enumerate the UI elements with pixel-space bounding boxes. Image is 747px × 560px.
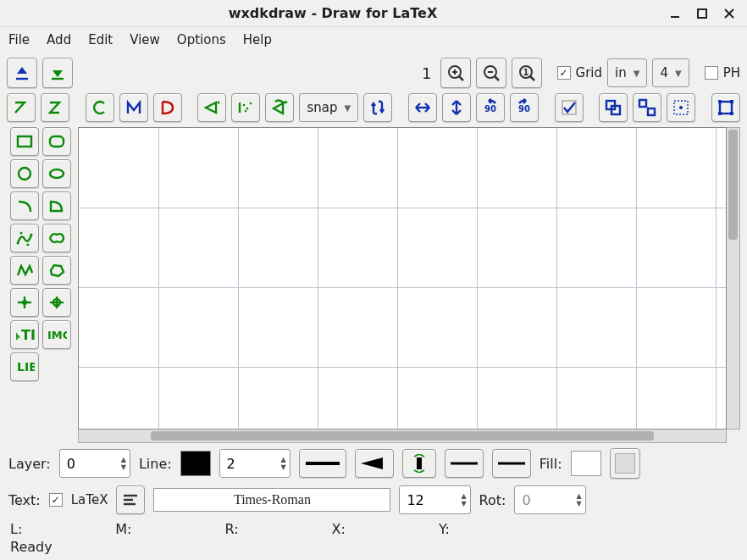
select-area-icon[interactable]: [667, 93, 695, 122]
maximize-button[interactable]: [693, 7, 711, 20]
line-color-swatch[interactable]: [180, 451, 211, 476]
minimize-button[interactable]: [666, 7, 684, 20]
fill-label: Fill:: [540, 456, 562, 472]
font-size-spinbox[interactable]: ▲▼: [399, 485, 470, 514]
tool-spline-open[interactable]: [10, 224, 39, 252]
svg-point-18: [246, 108, 249, 110]
check-icon[interactable]: [555, 93, 584, 122]
rotate-cw-icon[interactable]: 90: [510, 93, 539, 122]
window-title: wxdkdraw - Draw for LaTeX: [0, 5, 666, 21]
align-button[interactable]: [116, 485, 145, 514]
tool-spline-closed[interactable]: [42, 224, 71, 252]
flip-v-icon[interactable]: [442, 93, 471, 122]
rot-spinbox[interactable]: ▲▼: [514, 485, 585, 514]
tool-polygon[interactable]: [42, 256, 71, 285]
tri-tilde-icon[interactable]: [265, 93, 294, 122]
line-label: Line:: [139, 456, 172, 472]
tool-pie[interactable]: [42, 191, 71, 220]
drawing-canvas[interactable]: [78, 127, 727, 430]
tool-point[interactable]: [10, 288, 39, 317]
svg-text:IMG: IMG: [47, 329, 67, 341]
tool-circle[interactable]: [10, 159, 39, 188]
layer-label: Layer:: [8, 456, 51, 472]
fill-pattern-button[interactable]: [610, 448, 640, 479]
line-style-button[interactable]: [299, 449, 346, 478]
horizontal-scrollbar[interactable]: [78, 430, 727, 443]
close-button[interactable]: [720, 7, 739, 20]
tool-image[interactable]: IMG: [42, 320, 71, 349]
text-label: Text:: [8, 492, 41, 508]
ph-label: PH: [723, 65, 740, 80]
latex-label: LaTeX: [71, 492, 108, 507]
menu-file[interactable]: File: [8, 32, 30, 47]
fill-color-swatch[interactable]: [571, 451, 601, 476]
tool-polyline[interactable]: [10, 256, 39, 285]
svg-point-42: [30, 234, 33, 236]
svg-point-40: [50, 169, 64, 178]
tool-crosshair[interactable]: [42, 288, 71, 317]
svg-point-20: [245, 110, 247, 113]
zoom-out-button[interactable]: [476, 58, 506, 88]
svg-text:1: 1: [523, 68, 528, 77]
tool-rect[interactable]: [10, 127, 39, 156]
tool-arc[interactable]: [10, 191, 39, 220]
svg-point-41: [17, 242, 19, 245]
snap-dropdown[interactable]: snap▼: [299, 93, 358, 122]
font-name-field[interactable]: Times-Roman: [153, 488, 390, 512]
line-caps-button[interactable]: [402, 449, 436, 478]
vertical-scrollbar[interactable]: [727, 127, 740, 430]
menu-add[interactable]: Add: [47, 32, 71, 47]
svg-text:90: 90: [518, 104, 530, 114]
ungroup-icon[interactable]: [633, 93, 661, 122]
snap-cycle-icon[interactable]: [363, 93, 392, 122]
polyline-fwd-icon[interactable]: [41, 93, 69, 122]
menu-edit[interactable]: Edit: [88, 32, 113, 47]
tool-roundrect[interactable]: [42, 127, 71, 156]
svg-rect-33: [718, 100, 722, 103]
dash-long-button[interactable]: [445, 449, 484, 478]
arrow-head-button[interactable]: [355, 449, 394, 478]
menu-help[interactable]: Help: [243, 32, 272, 47]
flip-h-icon[interactable]: [408, 93, 437, 122]
subdiv-dropdown[interactable]: 4▼: [652, 58, 689, 87]
zoom-reset-button[interactable]: 1: [512, 58, 542, 88]
points-tri-icon[interactable]: [197, 93, 226, 122]
bounds-icon[interactable]: [711, 93, 740, 122]
svg-line-14: [530, 76, 534, 80]
layer-down-button[interactable]: [42, 58, 73, 88]
tool-library[interactable]: LIB: [10, 352, 39, 381]
svg-point-43: [20, 232, 23, 235]
tool-ellipse[interactable]: [42, 159, 71, 188]
letter-m-icon[interactable]: [119, 93, 148, 122]
grid-checkbox[interactable]: [557, 66, 571, 80]
menu-options[interactable]: Options: [177, 32, 226, 47]
coord-Y: Y:: [439, 521, 450, 537]
rotate-ccw-icon[interactable]: 90: [476, 93, 505, 122]
letter-d-icon[interactable]: [153, 93, 182, 122]
polyline-back-icon[interactable]: [7, 93, 36, 122]
svg-text:TI: TI: [21, 327, 35, 343]
group-icon[interactable]: [599, 93, 628, 122]
svg-rect-28: [639, 100, 646, 107]
scatter-icon[interactable]: [231, 93, 260, 122]
svg-point-44: [27, 244, 30, 247]
svg-point-31: [679, 106, 683, 109]
zoom-in-button[interactable]: [440, 58, 471, 88]
layer-up-button[interactable]: [7, 58, 37, 88]
letter-c-icon[interactable]: [86, 93, 114, 122]
latex-checkbox[interactable]: [49, 493, 63, 507]
menu-view[interactable]: View: [130, 32, 160, 47]
coord-M: M:: [115, 521, 131, 537]
svg-rect-1: [698, 9, 706, 18]
coord-X: X:: [332, 521, 346, 537]
coord-L: L:: [10, 521, 22, 537]
svg-point-16: [218, 102, 220, 104]
grid-label: Grid: [576, 65, 602, 80]
ph-checkbox[interactable]: [705, 66, 718, 80]
layer-spinbox[interactable]: ▲▼: [59, 449, 130, 478]
dash-short-button[interactable]: [492, 449, 531, 478]
line-width-spinbox[interactable]: ▲▼: [219, 449, 290, 478]
svg-rect-35: [718, 112, 722, 115]
tool-text[interactable]: TI: [10, 320, 39, 349]
unit-dropdown[interactable]: in▼: [607, 58, 647, 87]
